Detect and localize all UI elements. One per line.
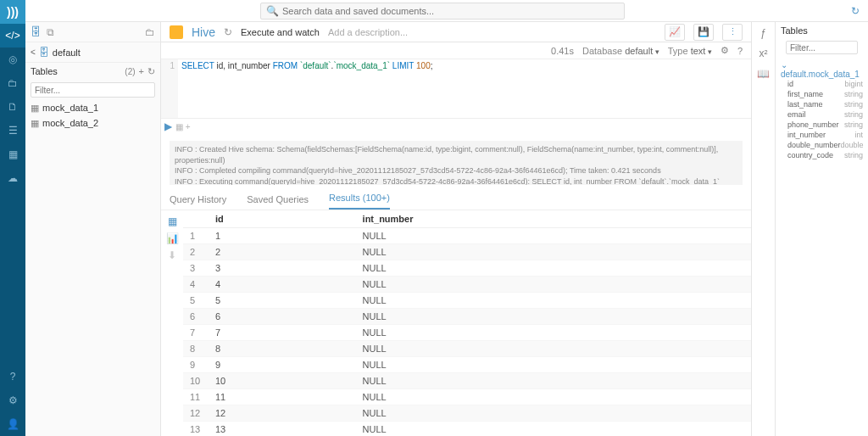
help-icon[interactable]: ? [737,46,743,56]
cell-id: 4 [209,277,356,293]
tables-label: Tables [31,66,58,76]
table-name: mock_data_2 [42,118,98,128]
search-input[interactable] [282,6,619,16]
importer-nav-icon[interactable]: ☁ [0,166,25,190]
run-button[interactable]: ▶ [164,120,172,132]
col-header-int-number[interactable]: int_number [356,210,751,228]
row-num: 6 [183,309,209,325]
col-header-id[interactable]: id [209,210,356,228]
schema-column[interactable]: emailstring [781,109,863,120]
variables-icon[interactable]: x² [760,48,768,59]
cell-int-number: NULL [356,293,751,309]
chart-button[interactable]: 📈 [665,24,685,41]
search-icon: 🔍 [266,5,279,17]
cell-int-number: NULL [356,389,751,405]
database-icon[interactable]: 🗄 [31,25,42,38]
cell-id: 9 [209,357,356,373]
schema-column[interactable]: idbigint [781,79,863,89]
schema-column[interactable]: int_numberint [781,130,863,140]
schema-column[interactable]: country_codestring [781,150,863,160]
table-item[interactable]: ▦mock_data_2 [25,115,160,131]
history-icon[interactable]: ↻ [851,5,860,17]
editor-header: Hive ↻ Execute and watch Add a descripti… [161,22,751,42]
schema-column[interactable]: last_namestring [781,99,863,109]
schema-table-name[interactable]: ⌄ default.mock_data_1 [781,60,863,79]
type-label: Type [668,46,688,56]
schema-column[interactable]: phone_numberstring [781,120,863,130]
line-gutter: 1 [161,59,178,118]
meta-row: 0.41s Database default Type text ⚙ ? [161,42,751,59]
table-row[interactable]: 33NULL [183,260,751,277]
db-selector[interactable]: default [625,46,659,56]
table-row[interactable]: 66NULL [183,309,751,325]
row-num: 7 [183,325,209,341]
settings-icon[interactable]: ⚙ [721,45,729,56]
row-num: 8 [183,341,209,357]
docs-nav-icon[interactable]: 🗋 [0,95,25,119]
copy-icon[interactable]: ⧉ [47,26,54,38]
table-row[interactable]: 1212NULL [183,405,751,422]
scheduler-nav-icon[interactable]: 🗀 [0,71,25,95]
table-name: mock_data_1 [42,103,98,113]
table-row[interactable]: 44NULL [183,277,751,293]
help-nav-icon[interactable]: ? [0,365,25,388]
cell-id: 2 [209,244,356,260]
table-row[interactable]: 1111NULL [183,389,751,405]
table-row[interactable]: 11NULL [183,228,751,244]
download-icon[interactable]: ⬇ [168,249,176,261]
tables-nav-icon[interactable]: ☰ [0,119,25,143]
cell-id: 7 [209,325,356,341]
cell-int-number: NULL [356,260,751,277]
admin-nav-icon[interactable]: ⚙ [0,388,25,412]
log-output: INFO : Created Hive schema: Schema(field… [170,141,743,185]
table-item[interactable]: ▦mock_data_1 [25,100,160,115]
hue-logo[interactable]: ))) [0,0,25,24]
sql-editor[interactable]: 1 SELECT id, int_number FROM `default`.`… [161,59,751,119]
collapse-sidebar-icon[interactable]: 🗀 [145,26,155,38]
tab-query-history[interactable]: Query History [170,194,226,210]
refresh-tables-icon[interactable]: ↻ [147,66,155,77]
schema-column[interactable]: double_numberdouble [781,140,863,150]
tab-results[interactable]: Results (100+) [329,193,390,210]
undo-icon[interactable]: ↻ [224,26,232,38]
table-row[interactable]: 77NULL [183,325,751,341]
schema-panel: Tables ⌄ default.mock_data_1 idbigintfir… [775,22,868,436]
global-search[interactable]: 🔍 [260,3,625,20]
description-input[interactable]: Add a description... [328,27,408,37]
database-row[interactable]: < 🗄 default [25,42,160,63]
results-table[interactable]: id int_number 11NULL22NULL33NULL44NULL55… [183,210,751,436]
add-snippet-icon[interactable]: ▦ + [175,122,191,131]
lang-ref-icon[interactable]: 📖 [757,68,770,80]
cell-id: 8 [209,341,356,357]
grid-view-icon[interactable]: ▦ [168,215,177,227]
table-row[interactable]: 99NULL [183,357,751,373]
table-row[interactable]: 1313NULL [183,422,751,437]
cell-id: 11 [209,389,356,405]
type-selector[interactable]: text [691,46,712,56]
tables-filter-input[interactable] [31,82,155,98]
save-button[interactable]: 💾 [693,24,714,41]
sql-code[interactable]: SELECT id, int_number FROM `default`.`mo… [178,59,751,118]
table-row[interactable]: 22NULL [183,244,751,260]
table-row[interactable]: 88NULL [183,341,751,357]
execute-mode[interactable]: Execute and watch [241,27,320,37]
db-label: Database [582,46,622,56]
user-nav-icon[interactable]: 👤 [0,412,25,436]
functions-icon[interactable]: ƒ [760,27,766,39]
table-row[interactable]: 1010NULL [183,373,751,389]
top-bar: 🔍 ↻ [25,0,868,22]
add-table-icon[interactable]: + [139,66,144,76]
row-num: 12 [183,405,209,422]
schema-filter-input[interactable] [786,41,858,54]
more-button[interactable]: ⋮ [722,24,743,41]
editor-nav-icon[interactable]: </> [0,24,25,48]
tab-saved-queries[interactable]: Saved Queries [247,194,309,210]
tables-count: (2) [125,67,135,76]
chevron-left-icon[interactable]: < [31,48,36,57]
table-row[interactable]: 55NULL [183,293,751,309]
schema-column[interactable]: first_namestring [781,89,863,99]
chart-view-icon[interactable]: 📊 [166,232,179,244]
jobs-nav-icon[interactable]: ▦ [0,143,25,166]
cell-int-number: NULL [356,325,751,341]
dashboard-nav-icon[interactable]: ◎ [0,48,25,71]
